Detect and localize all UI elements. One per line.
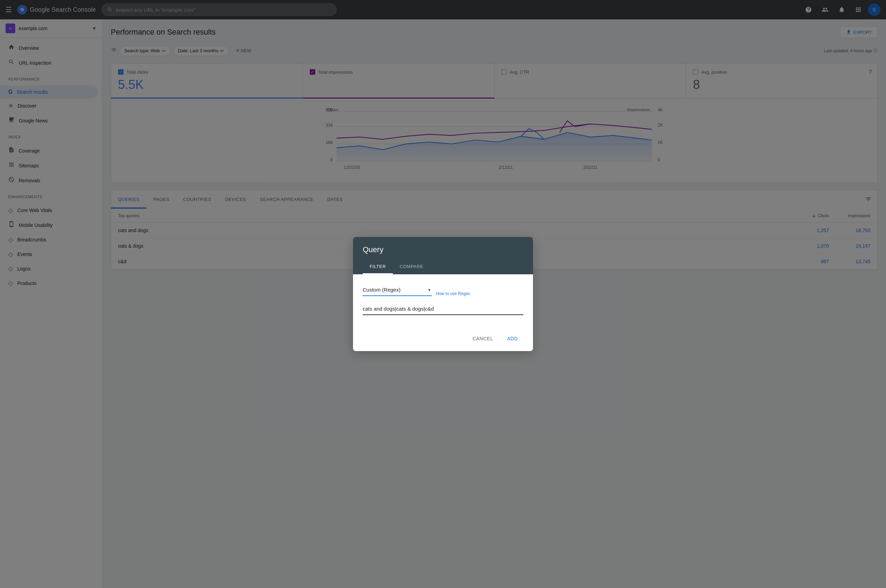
modal-header: Query FILTER COMPARE	[353, 237, 533, 274]
modal-body: Contains Does not contain Equals Does no…	[353, 274, 533, 277]
modal-tabs: FILTER COMPARE	[363, 260, 523, 274]
query-filter-modal: Query FILTER COMPARE Contains Does not c…	[353, 237, 533, 277]
modal-title: Query	[363, 245, 523, 254]
modal-tab-compare[interactable]: COMPARE	[393, 260, 430, 274]
modal-overlay[interactable]: Query FILTER COMPARE Contains Does not c…	[0, 0, 886, 277]
modal-tab-filter[interactable]: FILTER	[363, 260, 393, 274]
